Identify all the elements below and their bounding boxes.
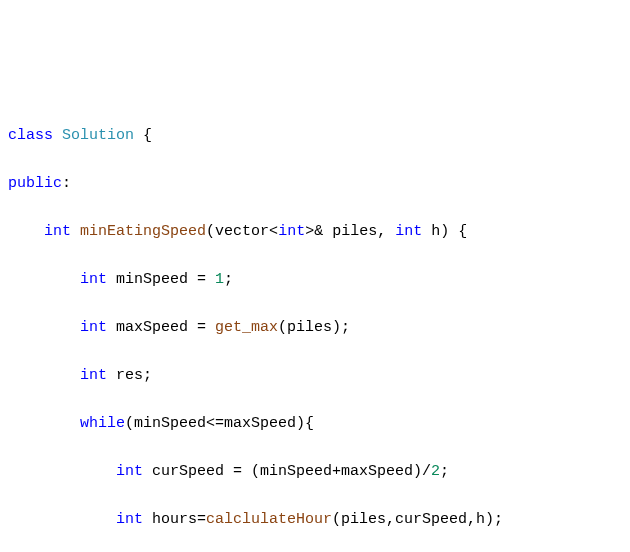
- indent: [8, 415, 80, 432]
- function-name: calclulateHour: [206, 511, 332, 528]
- type-name: Solution: [62, 127, 134, 144]
- text: (piles,curSpeed,h);: [332, 511, 503, 528]
- code-line: int minSpeed = 1;: [8, 268, 622, 292]
- code-block: class Solution { public: int minEatingSp…: [8, 100, 622, 552]
- indent: [8, 223, 44, 240]
- number: 1: [215, 271, 224, 288]
- code-line: int curSpeed = (minSpeed+maxSpeed)/2;: [8, 460, 622, 484]
- indent: [8, 319, 80, 336]
- text: minSpeed =: [107, 271, 215, 288]
- text: hours=: [143, 511, 206, 528]
- indent: [8, 367, 80, 384]
- text: vector: [215, 223, 269, 240]
- indent: [8, 511, 116, 528]
- code-line: while(minSpeed<=maxSpeed){: [8, 412, 622, 436]
- indent: [8, 463, 116, 480]
- keyword-int: int: [44, 223, 71, 240]
- code-line: int hours=calclulateHour(piles,curSpeed,…: [8, 508, 622, 532]
- keyword-class: class: [8, 127, 53, 144]
- text: res;: [107, 367, 152, 384]
- keyword-int: int: [80, 319, 107, 336]
- keyword-int: int: [116, 511, 143, 528]
- keyword-int: int: [116, 463, 143, 480]
- keyword-while: while: [80, 415, 125, 432]
- colon: :: [62, 175, 71, 192]
- paren: (: [206, 223, 215, 240]
- code-line: int maxSpeed = get_max(piles);: [8, 316, 622, 340]
- keyword-int: int: [395, 223, 422, 240]
- code-line: public:: [8, 172, 622, 196]
- angle: <: [269, 223, 278, 240]
- code-line: int minEatingSpeed(vector<int>& piles, i…: [8, 220, 622, 244]
- text: >& piles,: [305, 223, 395, 240]
- number: 2: [431, 463, 440, 480]
- text: maxSpeed =: [107, 319, 215, 336]
- keyword-int: int: [80, 271, 107, 288]
- function-name: get_max: [215, 319, 278, 336]
- function-name: minEatingSpeed: [80, 223, 206, 240]
- semi: ;: [440, 463, 449, 480]
- keyword-public: public: [8, 175, 62, 192]
- semi: ;: [224, 271, 233, 288]
- brace: {: [134, 127, 152, 144]
- text: (minSpeed<=maxSpeed){: [125, 415, 314, 432]
- code-line: class Solution {: [8, 124, 622, 148]
- text: (piles);: [278, 319, 350, 336]
- text: curSpeed = (minSpeed+maxSpeed)/: [143, 463, 431, 480]
- text: h) {: [422, 223, 467, 240]
- indent: [8, 271, 80, 288]
- keyword-int: int: [80, 367, 107, 384]
- keyword-int: int: [278, 223, 305, 240]
- code-line: int res;: [8, 364, 622, 388]
